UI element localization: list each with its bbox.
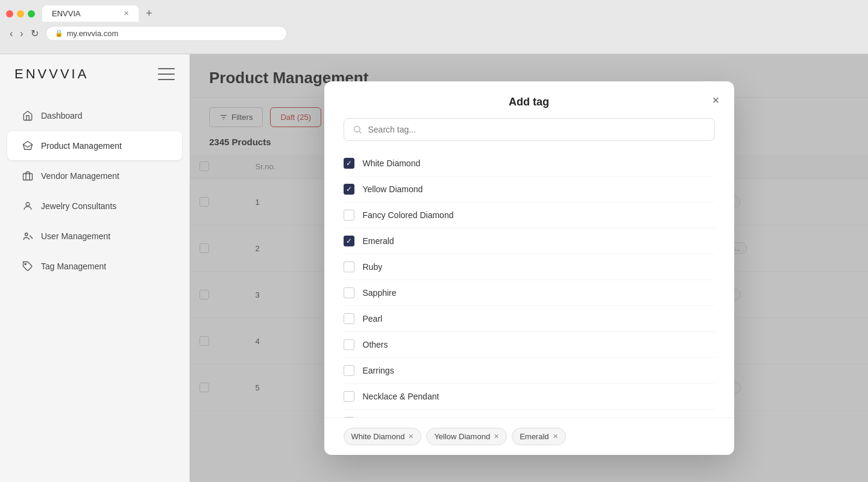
tab-close-btn[interactable]: ✕ [124, 10, 129, 17]
tag-item-sapphire[interactable]: Sapphire [344, 280, 715, 306]
svg-point-8 [354, 127, 359, 132]
sidebar: ENVVVIA Dashboard Product [0, 54, 190, 482]
remove-tag-emerald[interactable]: ✕ [553, 433, 558, 440]
tag-checkbox-pearl[interactable] [344, 313, 354, 324]
sidebar-item-vendor-management[interactable]: Vendor Management [7, 161, 182, 190]
tag-label-fancy-colored-diamond: Fancy Colored Diamond [363, 210, 454, 220]
tag-item-yellow-diamond[interactable]: Yellow Diamond [344, 177, 715, 202]
sidebar-item-user-management[interactable]: User Management [7, 222, 182, 251]
tag-label-sapphire: Sapphire [363, 288, 397, 298]
tag-label-ruby: Ruby [363, 262, 383, 272]
svg-point-3 [25, 233, 28, 236]
logo-text: ENVVVIA [14, 66, 89, 82]
selected-tag-yellow-diamond: Yellow Diamond ✕ [426, 428, 507, 445]
sidebar-label-tag-management: Tag Management [41, 261, 106, 271]
sidebar-item-dashboard[interactable]: Dashboard [7, 101, 182, 130]
sidebar-toggle[interactable] [158, 68, 175, 80]
sidebar-label-user-management: User Management [41, 231, 110, 241]
sidebar-label-dashboard: Dashboard [41, 111, 83, 120]
tag-list: White Diamond Yellow Diamond Fancy Color… [324, 151, 734, 418]
tag-item-necklace-pendant[interactable]: Necklace & Pendant [344, 384, 715, 410]
person-icon [22, 200, 34, 212]
sidebar-label-jewelry-consultants: Jewelry Consultants [41, 201, 116, 211]
address-bar[interactable]: 🔒 my.envvia.com [46, 26, 287, 41]
selected-tag-white-diamond: White Diamond ✕ [344, 428, 422, 445]
tag-checkbox-sapphire[interactable] [344, 287, 354, 298]
modal-search-area [324, 118, 734, 151]
sidebar-item-product-management[interactable]: Product Management [7, 131, 182, 160]
remove-tag-white-diamond[interactable]: ✕ [408, 433, 414, 440]
tag-label-pearl: Pearl [363, 314, 383, 324]
tag-checkbox-fancy-colored-diamond[interactable] [344, 210, 354, 221]
tag-label-emerald: Emerald [363, 236, 394, 246]
tag-icon [22, 260, 34, 272]
modal-header: Add tag × [324, 81, 734, 118]
svg-point-2 [26, 202, 30, 206]
traffic-light-yellow[interactable] [17, 10, 24, 17]
add-tag-modal: Add tag × White Diamond [324, 81, 734, 455]
sidebar-label-vendor-management: Vendor Management [41, 171, 119, 181]
sidebar-label-product-management: Product Management [41, 141, 122, 151]
tag-item-emerald[interactable]: Emerald [344, 228, 715, 254]
browser-tab[interactable]: ENVVIA ✕ [42, 5, 139, 22]
tag-checkbox-emerald[interactable] [344, 236, 354, 246]
traffic-light-green[interactable] [28, 10, 35, 17]
modal-title: Add tag [509, 96, 549, 108]
tag-item-earrings[interactable]: Earrings [344, 358, 715, 384]
new-tab-button[interactable]: + [141, 5, 157, 22]
traffic-light-red[interactable] [6, 10, 13, 17]
tag-checkbox-earrings[interactable] [344, 365, 354, 376]
sidebar-item-tag-management[interactable]: Tag Management [7, 252, 182, 281]
tag-item-pearl[interactable]: Pearl [344, 306, 715, 332]
tag-label-yellow-diamond: Yellow Diamond [363, 184, 423, 194]
tag-item-ring[interactable]: Ring [344, 410, 715, 418]
tag-item-ruby[interactable]: Ruby [344, 254, 715, 280]
browser-chrome: ENVVIA ✕ + ‹ › ↻ 🔒 my.envvia.com [0, 0, 868, 54]
store-icon [22, 170, 34, 182]
lock-icon: 🔒 [55, 30, 63, 37]
sidebar-logo-area: ENVVVIA [0, 66, 189, 100]
tag-label-white-diamond: White Diamond [363, 158, 421, 168]
tag-checkbox-yellow-diamond[interactable] [344, 184, 354, 195]
tag-label-necklace-pendant: Necklace & Pendant [363, 392, 439, 401]
svg-rect-1 [24, 174, 33, 180]
home-icon [22, 110, 34, 122]
search-icon [353, 125, 362, 134]
url-display: my.envvia.com [67, 29, 119, 38]
tag-label-earrings: Earrings [363, 366, 394, 375]
tag-search-input[interactable] [368, 125, 706, 134]
modal-close-button[interactable]: × [712, 93, 720, 107]
remove-tag-yellow-diamond[interactable]: ✕ [494, 433, 499, 440]
search-box [344, 118, 715, 141]
sidebar-item-jewelry-consultants[interactable]: Jewelry Consultants [7, 192, 182, 221]
tag-item-fancy-colored-diamond[interactable]: Fancy Colored Diamond [344, 202, 715, 228]
forward-button[interactable]: › [20, 28, 23, 39]
back-button[interactable]: ‹ [10, 28, 13, 39]
tag-checkbox-necklace-pendant[interactable] [344, 391, 354, 402]
selected-tag-emerald: Emerald ✕ [512, 428, 565, 445]
tag-item-others[interactable]: Others [344, 332, 715, 358]
tag-checkbox-white-diamond[interactable] [344, 158, 354, 169]
refresh-button[interactable]: ↻ [31, 28, 39, 39]
app-container: ENVVVIA Dashboard Product [0, 54, 868, 482]
tab-title: ENVVIA [52, 9, 81, 18]
tag-checkbox-others[interactable] [344, 339, 354, 350]
modal-footer: White Diamond ✕ Yellow Diamond ✕ Emerald… [324, 418, 734, 455]
tag-checkbox-ruby[interactable] [344, 261, 354, 272]
tag-item-white-diamond[interactable]: White Diamond [344, 151, 715, 177]
svg-point-4 [25, 263, 26, 264]
svg-line-9 [359, 131, 361, 133]
diamond-icon [22, 140, 34, 152]
main-content: Product Management Filters Daft (25) Rin… [190, 54, 868, 482]
users-icon [22, 230, 34, 242]
tag-label-others: Others [363, 340, 388, 349]
